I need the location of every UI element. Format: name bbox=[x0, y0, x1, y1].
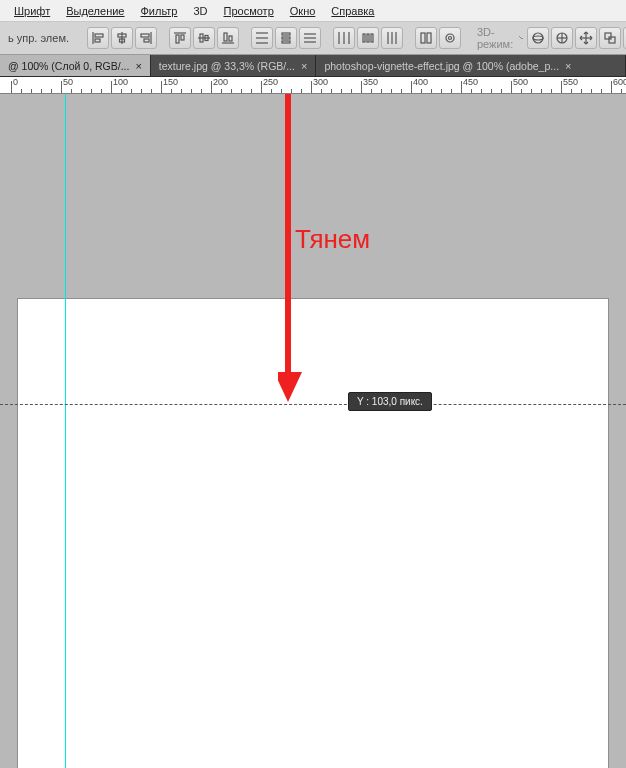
ruler-tick bbox=[41, 89, 42, 93]
ruler-tick bbox=[151, 89, 152, 93]
menu-view[interactable]: Просмотр bbox=[216, 3, 282, 19]
svg-rect-11 bbox=[181, 35, 184, 40]
svg-rect-48 bbox=[609, 37, 615, 43]
ruler-tick bbox=[551, 89, 552, 93]
menu-help[interactable]: Справка bbox=[323, 3, 382, 19]
distribute-right-icon[interactable] bbox=[381, 27, 403, 49]
align-left-icon[interactable] bbox=[87, 27, 109, 49]
align-top-icon[interactable] bbox=[169, 27, 191, 49]
mode-3d-group bbox=[527, 27, 626, 49]
tab-label: @ 100% (Слой 0, RGB/... bbox=[8, 60, 129, 72]
svg-rect-8 bbox=[144, 39, 149, 42]
ruler-tick bbox=[441, 89, 442, 93]
distribute-left-icon[interactable] bbox=[333, 27, 355, 49]
ruler-tick bbox=[501, 89, 502, 93]
gear-icon[interactable] bbox=[439, 27, 461, 49]
close-icon[interactable]: × bbox=[565, 60, 571, 72]
ruler-tick-label: 100 bbox=[113, 77, 128, 87]
scale-3d-icon[interactable] bbox=[599, 27, 621, 49]
ruler-tick bbox=[121, 89, 122, 93]
align-right-icon[interactable] bbox=[135, 27, 157, 49]
document-tab[interactable]: texture.jpg @ 33,3% (RGB/... × bbox=[151, 55, 317, 76]
ruler-tick bbox=[361, 81, 362, 93]
ruler-tick bbox=[401, 89, 402, 93]
auto-align-group bbox=[415, 27, 461, 49]
vertical-guide[interactable] bbox=[65, 94, 66, 768]
ruler-tick bbox=[341, 89, 342, 93]
ruler-tick bbox=[231, 89, 232, 93]
ruler-tick bbox=[211, 81, 212, 93]
horizontal-ruler[interactable]: 050100150200250300350400450500550600 bbox=[0, 77, 626, 94]
svg-rect-7 bbox=[141, 34, 149, 37]
ruler-tick bbox=[371, 89, 372, 93]
menu-selection[interactable]: Выделение bbox=[58, 3, 132, 19]
ruler-tick bbox=[281, 89, 282, 93]
menu-window[interactable]: Окно bbox=[282, 3, 324, 19]
ruler-tick bbox=[331, 89, 332, 93]
svg-rect-16 bbox=[224, 33, 227, 41]
canvas-document[interactable] bbox=[18, 299, 608, 768]
ruler-tick bbox=[71, 89, 72, 93]
align-bottom-icon[interactable] bbox=[217, 27, 239, 49]
ruler-tick bbox=[241, 89, 242, 93]
ruler-tick-label: 500 bbox=[513, 77, 528, 87]
pan-icon[interactable] bbox=[551, 27, 573, 49]
options-bar: ь упр. элем. 3D-режим: bbox=[0, 22, 626, 55]
ruler-tick bbox=[581, 89, 582, 93]
horizontal-guide-dragging[interactable] bbox=[0, 404, 626, 405]
svg-rect-30 bbox=[363, 34, 365, 42]
ruler-tick bbox=[451, 89, 452, 93]
orbit-icon[interactable] bbox=[527, 27, 549, 49]
ruler-tick bbox=[311, 81, 312, 93]
ruler-tick-label: 300 bbox=[313, 77, 328, 87]
tab-label: texture.jpg @ 33,3% (RGB/... bbox=[159, 60, 295, 72]
svg-rect-47 bbox=[605, 33, 611, 39]
distribute-hcenter-icon[interactable] bbox=[357, 27, 379, 49]
ruler-tick bbox=[61, 81, 62, 93]
ruler-tick bbox=[531, 89, 532, 93]
ruler-tick bbox=[91, 89, 92, 93]
ruler-tick bbox=[621, 89, 622, 93]
ruler-tick-label: 250 bbox=[263, 77, 278, 87]
align-hcenter-icon[interactable] bbox=[111, 27, 133, 49]
svg-rect-1 bbox=[95, 34, 103, 37]
ruler-tick bbox=[191, 89, 192, 93]
ruler-tick bbox=[131, 89, 132, 93]
move-3d-icon[interactable] bbox=[575, 27, 597, 49]
align-edges-group bbox=[87, 27, 157, 49]
align-vcenter-icon[interactable] bbox=[193, 27, 215, 49]
ruler-tick-label: 600 bbox=[613, 77, 626, 87]
align-vertical-group bbox=[169, 27, 239, 49]
svg-rect-22 bbox=[282, 37, 290, 39]
ruler-tick bbox=[301, 89, 302, 93]
distribute-vcenter-icon[interactable] bbox=[275, 27, 297, 49]
menu-filter[interactable]: Фильтр bbox=[133, 3, 186, 19]
distribute-h-group bbox=[333, 27, 403, 49]
ruler-tick bbox=[461, 81, 462, 93]
distribute-bottom-icon[interactable] bbox=[299, 27, 321, 49]
document-tab[interactable]: @ 100% (Слой 0, RGB/... × bbox=[0, 55, 151, 76]
ruler-tick bbox=[101, 89, 102, 93]
ruler-tick bbox=[291, 89, 292, 93]
ruler-tick-label: 450 bbox=[463, 77, 478, 87]
ruler-tick-label: 0 bbox=[13, 77, 18, 87]
close-icon[interactable]: × bbox=[301, 60, 307, 72]
workspace[interactable]: Y : 103,0 пикс. Тянем bbox=[0, 94, 626, 768]
ruler-tick bbox=[431, 89, 432, 93]
distribute-top-icon[interactable] bbox=[251, 27, 273, 49]
ruler-tick bbox=[521, 89, 522, 93]
svg-rect-36 bbox=[421, 33, 425, 43]
ruler-tick bbox=[421, 89, 422, 93]
svg-point-40 bbox=[533, 33, 543, 43]
ruler-tick bbox=[541, 89, 542, 93]
auto-align-icon[interactable] bbox=[415, 27, 437, 49]
menu-font[interactable]: Шрифт bbox=[6, 3, 58, 19]
ruler-tick bbox=[51, 89, 52, 93]
svg-rect-17 bbox=[229, 36, 232, 41]
svg-rect-37 bbox=[427, 33, 431, 43]
close-icon[interactable]: × bbox=[135, 60, 141, 72]
menu-3d[interactable]: 3D bbox=[185, 3, 215, 19]
document-tab[interactable]: photoshop-vignette-effect.jpg @ 100% (ad… bbox=[316, 55, 626, 76]
ruler-tick-label: 150 bbox=[163, 77, 178, 87]
ruler-tick bbox=[381, 89, 382, 93]
